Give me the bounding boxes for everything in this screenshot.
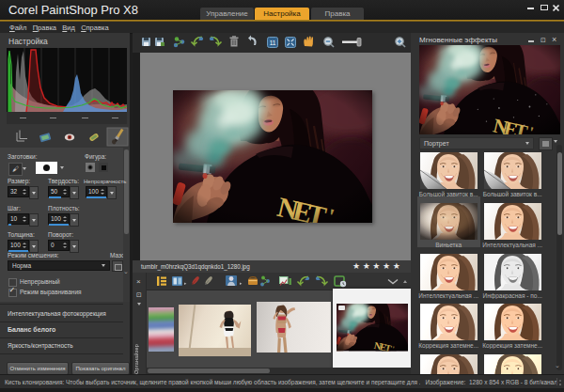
svg-text:11: 11 <box>270 39 276 46</box>
